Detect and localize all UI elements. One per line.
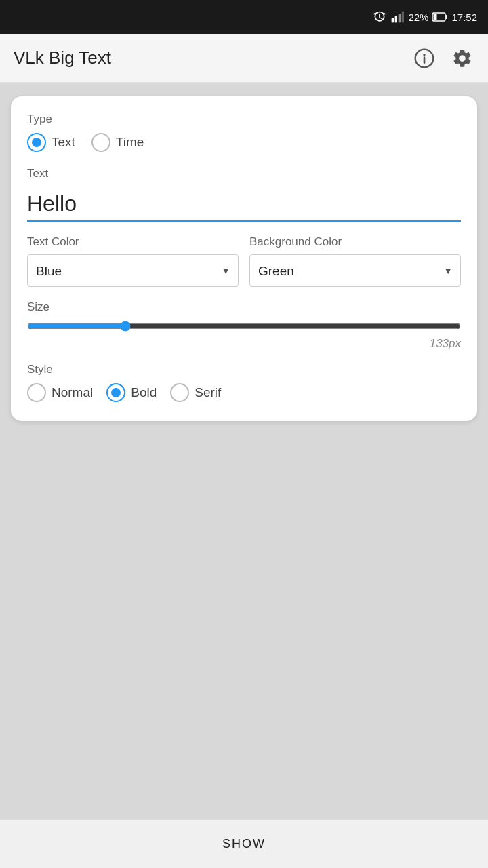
type-time-radio[interactable]: [92, 133, 110, 152]
style-radio-group: Normal Bold Serif: [27, 383, 461, 402]
svg-rect-5: [446, 15, 448, 19]
info-icon: [413, 47, 435, 69]
type-text-radio-inner: [32, 138, 41, 147]
style-serif-option[interactable]: Serif: [170, 383, 221, 402]
size-slider[interactable]: [27, 321, 461, 332]
show-button-label: SHOW: [222, 837, 266, 851]
battery-percent: 22%: [408, 12, 428, 23]
type-text-label: Text: [52, 135, 75, 150]
text-label: Text: [27, 167, 461, 180]
style-bold-option[interactable]: Bold: [106, 383, 157, 402]
type-label: Type: [27, 113, 461, 126]
style-normal-radio[interactable]: [27, 383, 46, 402]
content: Type Text Time Text Text Color: [0, 83, 488, 458]
app-bar: VLk Big Text: [0, 34, 488, 83]
color-row: Text Color Blue Red Green Black White Ye…: [27, 235, 461, 287]
type-radio-group: Text Time: [27, 133, 461, 152]
settings-button[interactable]: [450, 46, 474, 71]
size-section: Size 133px: [27, 300, 461, 351]
text-color-label: Text Color: [27, 235, 239, 249]
size-value: 133px: [27, 337, 461, 351]
bg-color-col: Background Color Green Blue Red Black Wh…: [249, 235, 461, 287]
text-input[interactable]: [27, 187, 461, 222]
style-label: Style: [27, 363, 461, 376]
app-title: VLk Big Text: [14, 47, 111, 68]
size-label: Size: [27, 300, 461, 314]
style-bold-radio[interactable]: [106, 383, 125, 402]
text-color-col: Text Color Blue Red Green Black White Ye…: [27, 235, 239, 287]
alarm-icon: [373, 10, 386, 24]
text-color-select[interactable]: Blue Red Green Black White Yellow: [27, 254, 239, 287]
spacer: [0, 458, 488, 819]
type-text-radio[interactable]: [27, 133, 46, 152]
app-bar-actions: [412, 46, 474, 71]
svg-rect-0: [392, 18, 394, 23]
style-serif-label: Serif: [195, 385, 221, 400]
bg-color-select-wrapper: Green Blue Red Black White Yellow ▼: [249, 254, 461, 287]
svg-rect-3: [402, 12, 404, 23]
settings-card: Type Text Time Text Text Color: [11, 96, 477, 421]
info-button[interactable]: [412, 46, 436, 71]
style-bold-radio-inner: [111, 388, 121, 397]
style-section: Style Normal Bold Serif: [27, 363, 461, 402]
svg-rect-2: [399, 14, 401, 22]
type-time-label: Time: [116, 135, 144, 150]
bg-color-select[interactable]: Green Blue Red Black White Yellow: [249, 254, 461, 287]
style-normal-option[interactable]: Normal: [27, 383, 93, 402]
style-bold-label: Bold: [131, 385, 157, 400]
battery-icon: [432, 12, 447, 22]
signal-icon: [390, 10, 404, 24]
show-button[interactable]: SHOW: [0, 819, 488, 868]
type-time-option[interactable]: Time: [92, 133, 144, 152]
bg-color-label: Background Color: [249, 235, 461, 249]
time-display: 17:52: [451, 12, 477, 23]
text-color-select-wrapper: Blue Red Green Black White Yellow ▼: [27, 254, 239, 287]
style-serif-radio[interactable]: [170, 383, 189, 402]
type-text-option[interactable]: Text: [27, 133, 75, 152]
text-input-section: Text: [27, 167, 461, 222]
status-icons: 22% 17:52: [373, 10, 477, 24]
style-normal-label: Normal: [52, 385, 93, 400]
gear-icon: [451, 47, 473, 69]
status-bar: 22% 17:52: [0, 0, 488, 34]
svg-rect-1: [395, 16, 397, 22]
svg-rect-6: [434, 14, 437, 20]
